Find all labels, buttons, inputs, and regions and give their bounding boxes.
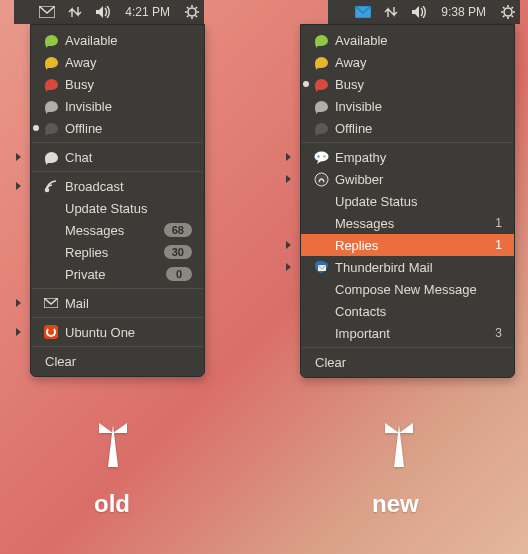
- panel-bar-old: 4:21 PM: [14, 0, 204, 24]
- status-invisible[interactable]: Invisible: [31, 95, 204, 117]
- clock-new[interactable]: 9:38 PM: [439, 5, 488, 19]
- messaging-menu-old: Available Away Busy Invisible Offline Ch…: [30, 24, 205, 377]
- annotation-new: new: [372, 490, 419, 518]
- menu-label: Replies: [335, 238, 477, 253]
- count-badge: 0: [166, 267, 192, 281]
- mail-item[interactable]: Mail: [31, 292, 204, 314]
- sound-icon[interactable]: [411, 4, 427, 20]
- separator: [302, 347, 513, 348]
- status-available[interactable]: Available: [301, 29, 514, 51]
- status-offline[interactable]: Offline: [301, 117, 514, 139]
- count-text: 1: [485, 216, 502, 230]
- svg-point-7: [317, 155, 319, 157]
- sound-icon[interactable]: [95, 4, 111, 20]
- status-away[interactable]: Away: [301, 51, 514, 73]
- separator: [32, 317, 203, 318]
- clock-old[interactable]: 4:21 PM: [123, 5, 172, 19]
- status-busy[interactable]: Busy: [301, 73, 514, 95]
- status-busy[interactable]: Busy: [31, 73, 204, 95]
- submenu-indicator-icon: [286, 153, 291, 161]
- gwibber-item[interactable]: Gwibber: [301, 168, 514, 190]
- replies-item[interactable]: Replies 1: [301, 234, 514, 256]
- status-away[interactable]: Away: [31, 51, 204, 73]
- menu-label: Gwibber: [335, 172, 502, 187]
- thunderbird-icon: [313, 259, 329, 275]
- separator: [32, 288, 203, 289]
- thunderbird-item[interactable]: Thunderbird Mail: [301, 256, 514, 278]
- important-item[interactable]: Important 3: [301, 322, 514, 344]
- menu-label: Important: [335, 326, 477, 341]
- status-invisible-icon: [43, 98, 59, 114]
- update-status-item[interactable]: Update Status: [31, 197, 204, 219]
- svg-point-8: [323, 155, 325, 157]
- svg-point-6: [314, 151, 328, 161]
- menu-label: Offline: [335, 121, 502, 136]
- private-item[interactable]: Private 0: [31, 263, 204, 285]
- submenu-indicator-icon: [16, 299, 21, 307]
- radio-selected-icon: [33, 125, 39, 131]
- empathy-icon: [313, 149, 329, 165]
- count-badge: 68: [164, 223, 192, 237]
- count-text: 3: [485, 326, 502, 340]
- menu-label: Ubuntu One: [65, 325, 192, 340]
- session-icon[interactable]: [500, 4, 516, 20]
- status-invisible[interactable]: Invisible: [301, 95, 514, 117]
- separator: [32, 171, 203, 172]
- menu-label: Mail: [65, 296, 192, 311]
- menu-label: Contacts: [335, 304, 502, 319]
- mail-icon[interactable]: [39, 4, 55, 20]
- status-available[interactable]: Available: [31, 29, 204, 51]
- svg-point-1: [188, 8, 196, 16]
- compose-item[interactable]: Compose New Message: [301, 278, 514, 300]
- menu-label: Update Status: [65, 201, 192, 216]
- menu-label: Compose New Message: [335, 282, 502, 297]
- session-icon[interactable]: [184, 4, 200, 20]
- menu-label: Away: [65, 55, 192, 70]
- menu-label: Clear: [45, 354, 192, 369]
- ubuntu-one-item[interactable]: Ubuntu One: [31, 321, 204, 343]
- menu-label: Private: [65, 267, 158, 282]
- separator: [302, 142, 513, 143]
- replies-item[interactable]: Replies 30: [31, 241, 204, 263]
- panel-bar-new: 9:38 PM: [328, 0, 520, 24]
- menu-label: Busy: [65, 77, 192, 92]
- separator: [32, 142, 203, 143]
- count-text: 1: [485, 238, 502, 252]
- submenu-indicator-icon: [16, 328, 21, 336]
- clear-item[interactable]: Clear: [301, 351, 514, 373]
- menu-label: Offline: [65, 121, 192, 136]
- messages-item[interactable]: Messages 1: [301, 212, 514, 234]
- broadcast-icon: [43, 178, 59, 194]
- menu-label: Messages: [65, 223, 156, 238]
- submenu-indicator-icon: [286, 263, 291, 271]
- clear-item[interactable]: Clear: [31, 350, 204, 372]
- separator: [32, 346, 203, 347]
- empathy-item[interactable]: Empathy: [301, 146, 514, 168]
- annotation-old: old: [94, 490, 130, 518]
- menu-label: Available: [335, 33, 502, 48]
- ubuntu-one-icon: [43, 324, 59, 340]
- mail-icon[interactable]: [355, 4, 371, 20]
- gwibber-icon: [313, 171, 329, 187]
- network-icon[interactable]: [67, 4, 83, 20]
- chat-icon: [43, 149, 59, 165]
- status-available-icon: [313, 32, 329, 48]
- submenu-indicator-icon: [286, 241, 291, 249]
- menu-label: Replies: [65, 245, 156, 260]
- annotation-arrow-icon: [394, 425, 404, 467]
- network-icon[interactable]: [383, 4, 399, 20]
- status-offline[interactable]: Offline: [31, 117, 204, 139]
- update-status-item[interactable]: Update Status: [301, 190, 514, 212]
- chat-item[interactable]: Chat: [31, 146, 204, 168]
- svg-point-3: [504, 8, 512, 16]
- menu-label: Update Status: [335, 194, 502, 209]
- submenu-indicator-icon: [16, 153, 21, 161]
- menu-label: Chat: [65, 150, 192, 165]
- contacts-item[interactable]: Contacts: [301, 300, 514, 322]
- menu-label: Empathy: [335, 150, 502, 165]
- annotation-arrow-icon: [108, 425, 118, 467]
- broadcast-item[interactable]: Broadcast: [31, 175, 204, 197]
- mail-icon: [43, 295, 59, 311]
- messages-item[interactable]: Messages 68: [31, 219, 204, 241]
- menu-label: Clear: [315, 355, 502, 370]
